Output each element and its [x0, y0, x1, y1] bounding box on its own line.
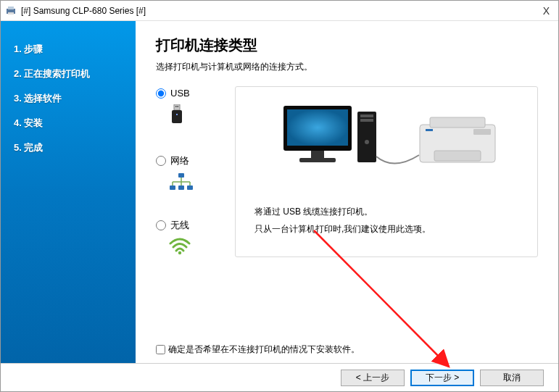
svg-rect-29	[473, 129, 491, 135]
svg-rect-3	[174, 104, 180, 110]
description-line-2: 只从一台计算机打印时,我们建议使用此选项。	[254, 220, 526, 238]
svg-rect-20	[311, 151, 324, 158]
network-radio[interactable]	[156, 156, 166, 166]
svg-rect-19	[287, 109, 348, 146]
svg-rect-15	[178, 185, 184, 190]
window-title: [#] Samsung CLP-680 Series [#]	[21, 6, 539, 16]
sidebar-step-1: 1. 步骤	[1, 37, 136, 62]
wireless-label: 无线	[170, 219, 189, 232]
svg-point-17	[178, 251, 181, 254]
svg-rect-24	[360, 119, 373, 122]
wireless-radio[interactable]	[156, 220, 166, 230]
title-bar: [#] Samsung CLP-680 Series [#] X	[1, 1, 558, 21]
svg-rect-16	[187, 185, 193, 190]
usb-radio[interactable]	[156, 88, 166, 99]
install-without-printer-checkbox[interactable]: 确定是否希望在不连接打印机的情况下安装软件。	[156, 330, 538, 356]
svg-rect-7	[176, 114, 178, 115]
svg-rect-1	[8, 7, 14, 9]
svg-rect-14	[170, 185, 175, 190]
app-icon	[5, 5, 17, 17]
svg-rect-6	[172, 110, 182, 123]
svg-rect-5	[178, 106, 179, 107]
page-title: 打印机连接类型	[156, 36, 538, 55]
svg-point-25	[365, 140, 369, 144]
usb-label: USB	[170, 88, 190, 99]
back-button[interactable]: < 上一步	[341, 370, 405, 386]
description-box: 将通过 USB 线缆连接打印机。 只从一台计算机打印时,我们建议使用此选项。	[235, 86, 538, 257]
next-button[interactable]: 下一步 >	[410, 370, 474, 386]
svg-rect-28	[434, 151, 481, 161]
network-icon	[169, 173, 194, 194]
option-network[interactable]: 网络	[156, 154, 225, 194]
svg-rect-8	[178, 173, 184, 178]
cancel-button[interactable]: 取消	[480, 370, 544, 386]
install-without-printer-input[interactable]	[156, 345, 165, 354]
svg-rect-2	[8, 12, 14, 14]
usb-icon	[169, 104, 185, 130]
connection-illustration	[247, 99, 526, 185]
content-panel: 打印机连接类型 选择打印机与计算机或网络的连接方式。 USB	[136, 21, 558, 363]
main-area: 1. 步骤 2. 正在搜索打印机 3. 选择软件 4. 安装 5. 完成 打印机…	[1, 21, 558, 363]
option-wireless[interactable]: 无线	[156, 219, 225, 257]
close-icon[interactable]: X	[539, 5, 554, 17]
page-subtitle: 选择打印机与计算机或网络的连接方式。	[156, 61, 538, 73]
svg-rect-4	[175, 106, 177, 107]
sidebar-step-3: 3. 选择软件	[1, 86, 136, 111]
option-usb[interactable]: USB	[156, 88, 225, 130]
sidebar: 1. 步骤 2. 正在搜索打印机 3. 选择软件 4. 安装 5. 完成	[1, 21, 136, 363]
svg-rect-27	[430, 117, 485, 128]
install-without-printer-label: 确定是否希望在不连接打印机的情况下安装软件。	[168, 343, 360, 356]
description-line-1: 将通过 USB 线缆连接打印机。	[254, 203, 526, 220]
sidebar-step-4: 4. 安装	[1, 111, 136, 135]
sidebar-step-5: 5. 完成	[1, 135, 136, 160]
svg-rect-23	[360, 114, 373, 117]
svg-rect-21	[299, 158, 336, 162]
wifi-icon	[169, 238, 191, 257]
sidebar-step-2: 2. 正在搜索打印机	[1, 62, 136, 86]
connection-options: USB 网络	[156, 86, 225, 257]
network-label: 网络	[170, 154, 189, 167]
footer-bar: < 上一步 下一步 > 取消	[1, 363, 558, 392]
svg-rect-30	[426, 129, 433, 131]
